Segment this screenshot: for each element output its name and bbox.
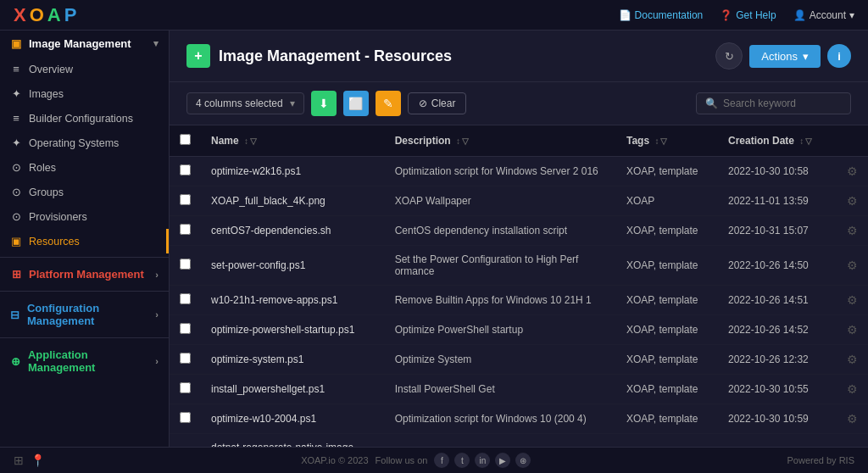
row-checkbox[interactable] — [180, 259, 191, 270]
row-checkbox[interactable] — [180, 164, 191, 175]
os-icon: ✦ — [10, 136, 22, 149]
actions-column-header — [837, 125, 868, 157]
account-button[interactable]: 👤 Account ▾ — [793, 9, 854, 21]
row-description: Set the Power Configuration to High Perf… — [385, 246, 616, 286]
row-settings-icon[interactable]: ⚙ — [847, 293, 858, 307]
app-mgmt-arrow-icon: › — [155, 356, 159, 366]
sidebar-item-groups[interactable]: ⊙ Groups — [0, 180, 169, 204]
search-input[interactable] — [723, 97, 842, 109]
tags-filter-icon[interactable]: ▽ — [660, 136, 667, 146]
row-checkbox-cell — [170, 375, 201, 404]
description-column-header: Description ↕▽ — [385, 125, 616, 157]
youtube-icon[interactable]: ▶ — [495, 453, 510, 468]
sidebar-item-operating-systems[interactable]: ✦ Operating Systems — [0, 131, 169, 155]
row-settings-icon[interactable]: ⚙ — [847, 164, 858, 178]
desc-filter-icon[interactable]: ▽ — [462, 136, 469, 146]
sidebar-section-platform-management[interactable]: ⊞ Platform Management › — [0, 261, 169, 287]
row-checkbox[interactable] — [180, 353, 191, 364]
download-button[interactable]: ⬇ — [311, 91, 337, 116]
row-name: install_powershellget.ps1 — [201, 375, 385, 404]
row-name: set-power-config.ps1 — [201, 246, 385, 286]
row-actions-cell: ⚙ — [837, 434, 868, 448]
row-name: w10-21h1-remove-apps.ps1 — [201, 286, 385, 315]
page-header: + Image Management - Resources ↻ Actions… — [170, 31, 868, 82]
name-sort-icon[interactable]: ↕ — [244, 136, 248, 146]
name-filter-icon[interactable]: ▽ — [250, 136, 257, 146]
date-filter-icon[interactable]: ▽ — [805, 136, 812, 146]
row-settings-icon[interactable]: ⚙ — [847, 353, 858, 366]
row-checkbox[interactable] — [180, 323, 191, 334]
grid-icon[interactable]: ⊞ — [14, 454, 24, 467]
date-sort-icon[interactable]: ↕ — [799, 136, 804, 146]
row-tags: XOAP, template — [616, 345, 718, 375]
content-area: + Image Management - Resources ↻ Actions… — [170, 31, 868, 447]
sidebar-item-resources[interactable]: ▣ Resources — [0, 229, 169, 253]
sidebar-item-images[interactable]: ✦ Images — [0, 81, 169, 106]
linkedin-icon[interactable]: in — [475, 453, 490, 468]
row-settings-icon[interactable]: ⚙ — [847, 412, 858, 426]
columns-selector[interactable]: 4 columns selected ▾ — [186, 92, 304, 114]
logo-p: P — [64, 4, 77, 26]
row-date: 2022-10-30 10:55 — [718, 375, 837, 404]
row-checkbox[interactable] — [180, 194, 191, 205]
actions-button[interactable]: Actions ▾ — [749, 45, 821, 68]
facebook-icon[interactable]: f — [434, 453, 449, 468]
row-tags: XOAP, template — [616, 286, 718, 315]
sidebar-item-builder-configurations[interactable]: ≡ Builder Configurations — [0, 106, 169, 131]
row-checkbox[interactable] — [180, 382, 191, 393]
groups-icon: ⊙ — [10, 186, 22, 198]
desc-sort-icon[interactable]: ↕ — [456, 136, 460, 146]
toolbar: 4 columns selected ▾ ⬇ ⬜ ✎ ⊘ Clear 🔍 — [170, 82, 868, 125]
row-tags: XOAP, template — [616, 434, 718, 448]
refresh-button[interactable]: ↻ — [715, 42, 743, 70]
page-title-icon: + — [186, 44, 210, 68]
twitter-icon[interactable]: t — [454, 453, 470, 468]
table-row: set-power-config.ps1 Set the Power Confi… — [170, 246, 868, 286]
row-checkbox[interactable] — [180, 293, 191, 304]
clear-button[interactable]: ⊘ Clear — [408, 92, 467, 114]
copy-button[interactable]: ⬜ — [343, 91, 369, 116]
row-settings-icon[interactable]: ⚙ — [847, 224, 858, 237]
footer-center: XOAP.io © 2023 Follow us on f t in ▶ ⊛ — [301, 453, 531, 468]
social-links: f t in ▶ ⊛ — [434, 453, 531, 468]
copyright-text: XOAP.io © 2023 — [301, 455, 368, 465]
row-checkbox[interactable] — [180, 224, 191, 235]
sidebar-section-application-management[interactable]: ⊕ Application Management › — [0, 342, 169, 381]
search-box[interactable]: 🔍 — [696, 92, 851, 114]
location-icon[interactable]: 📍 — [31, 454, 45, 467]
sidebar: ▣ Image Management ▾ ≡ Overview ✦ Images… — [0, 31, 170, 447]
tags-sort-icon[interactable]: ↕ — [654, 136, 659, 146]
info-button[interactable]: i — [827, 44, 851, 68]
row-description: Optimization script for Windows Server 2… — [385, 157, 616, 186]
row-date: 2022-10-30 10:59 — [718, 404, 837, 434]
row-settings-icon[interactable]: ⚙ — [847, 382, 858, 396]
sidebar-item-roles[interactable]: ⊙ Roles — [0, 155, 169, 180]
row-tags: XOAP, template — [616, 246, 718, 286]
toolbar-left: 4 columns selected ▾ ⬇ ⬜ ✎ ⊘ Clear — [186, 91, 466, 116]
row-date: 2022-10-30 10:52 — [718, 434, 837, 448]
row-settings-icon[interactable]: ⚙ — [847, 194, 858, 208]
row-description: Optimization script for Windows 10 (200 … — [385, 404, 616, 434]
refresh-icon: ↻ — [725, 50, 734, 63]
documentation-link[interactable]: 📄 Documentation — [619, 9, 704, 21]
clear-icon: ⊘ — [419, 97, 427, 109]
row-actions-cell: ⚙ — [837, 404, 868, 434]
select-all-checkbox[interactable] — [180, 134, 191, 145]
sidebar-divider-2 — [0, 291, 169, 292]
row-description: Regenerate .NET natie image cache — [385, 434, 616, 448]
row-settings-icon[interactable]: ⚙ — [847, 259, 858, 272]
sidebar-item-overview[interactable]: ≡ Overview — [0, 57, 169, 81]
logo-a: A — [47, 4, 61, 26]
edit-button[interactable]: ✎ — [376, 91, 401, 116]
row-checkbox[interactable] — [180, 412, 191, 423]
sidebar-item-provisioners[interactable]: ⊙ Provisioners — [0, 204, 169, 229]
logo-x: X — [14, 4, 26, 26]
get-help-link[interactable]: ❓ Get Help — [720, 9, 776, 21]
row-settings-icon[interactable]: ⚙ — [847, 323, 858, 337]
github-icon[interactable]: ⊛ — [515, 453, 531, 468]
row-actions-cell: ⚙ — [837, 286, 868, 315]
table-row: optimize-w2k16.ps1 Optimization script f… — [170, 157, 868, 186]
sidebar-section-image-management[interactable]: ▣ Image Management ▾ — [0, 31, 169, 57]
sidebar-section-configuration-management[interactable]: ⊟ Configuration Management › — [0, 295, 169, 334]
row-name: optimize-w10-2004.ps1 — [201, 404, 385, 434]
